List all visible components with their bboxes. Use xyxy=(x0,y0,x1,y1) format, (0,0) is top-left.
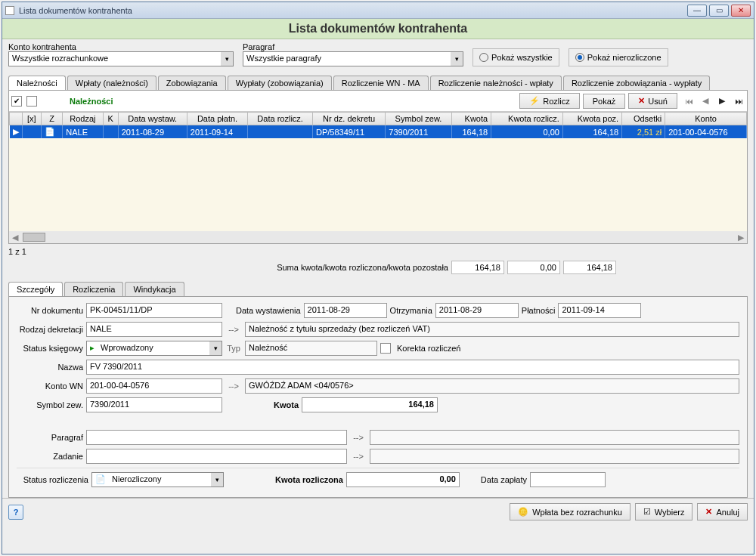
tab-rozl-nalez[interactable]: Rozliczenie należności - wpłaty xyxy=(430,76,562,90)
app-icon xyxy=(5,6,14,15)
nazwa-field[interactable]: FV 7390/2011 xyxy=(86,360,739,375)
tab-wplaty[interactable]: Wpłaty (należności) xyxy=(67,76,156,90)
usun-button[interactable]: ✕Usuń xyxy=(628,93,677,109)
bolt-icon: ⚡ xyxy=(529,96,540,106)
scroll-thumb[interactable] xyxy=(23,233,45,242)
datazaplaty-field[interactable] xyxy=(530,472,606,487)
tab-szczegoly[interactable]: Szczegóły xyxy=(8,282,63,296)
sum-kwota: 164,18 xyxy=(451,261,504,274)
chevron-down-icon: ▾ xyxy=(211,473,223,486)
show-unsettled-radio[interactable]: Pokaż nierozliczone xyxy=(569,48,668,66)
deselect-all-check[interactable] xyxy=(26,96,37,107)
chevron-down-icon: ▾ xyxy=(451,52,463,66)
rodzaj-desc: Należność z tytułu sprzedaży (bez rozlic… xyxy=(245,322,739,337)
wybierz-button[interactable]: ☑Wybierz xyxy=(635,503,693,520)
zadanie-field[interactable] xyxy=(86,449,347,464)
paragraf-label: Paragraf xyxy=(243,42,463,51)
minimize-button[interactable]: — xyxy=(687,5,707,17)
konto-select[interactable]: Wszystkie rozrachunkowe ▾ xyxy=(8,51,234,66)
tab-rozliczenia[interactable]: Rozliczenia xyxy=(64,282,123,296)
doc-icon: 📄 xyxy=(92,473,109,486)
tab-rozl-wnma[interactable]: Rozliczenie WN - MA xyxy=(333,76,429,90)
tab-rozl-zobow[interactable]: Rozliczenie zobowiązania - wypłaty xyxy=(563,76,710,90)
cancel-icon: ✕ xyxy=(705,507,712,517)
paragraf-field[interactable] xyxy=(86,430,347,445)
scroll-left-icon[interactable]: ◀ xyxy=(9,233,21,242)
nav-first[interactable]: ⏮ xyxy=(680,97,697,106)
help-button[interactable]: ? xyxy=(8,505,23,520)
arrow-icon: --> xyxy=(350,452,367,461)
nav-next[interactable]: ▶ xyxy=(714,96,730,106)
tab-wyplaty[interactable]: Wypłaty (zobowiązania) xyxy=(228,76,332,90)
show-all-radio[interactable]: Pokaż wszystkie xyxy=(472,48,559,66)
sum-rozl: 0,00 xyxy=(507,261,560,274)
sum-label: Suma kwota/kwota rozliczona/kwota pozost… xyxy=(277,263,448,272)
tab-zobowiazania[interactable]: Zobowiązania xyxy=(158,76,226,90)
data-grid[interactable]: [x] Z Rodzaj K Data wystaw. Data płatn. … xyxy=(9,112,747,138)
sum-poz: 164,18 xyxy=(563,261,616,274)
tab-windykacja[interactable]: Windykacja xyxy=(125,282,184,296)
titlebar[interactable]: Lista dokumentów kontrahenta — ▭ ✕ xyxy=(2,2,754,19)
arrow-icon: --> xyxy=(225,381,242,391)
grid-title: Należności xyxy=(70,97,113,106)
window-title: Lista dokumentów kontrahenta xyxy=(19,6,685,15)
paragraf-select[interactable]: Wszystkie paragrafy ▾ xyxy=(243,51,463,66)
delete-icon: ✕ xyxy=(638,96,645,106)
arrow-icon: --> xyxy=(225,325,242,334)
select-icon: ☑ xyxy=(643,507,651,517)
konto-label: Konto kontrahenta xyxy=(8,42,234,51)
table-row[interactable]: ▶ 📄 NALE 2011-08-29 2011-09-14 DP/58349/… xyxy=(10,125,747,139)
rozlicz-button[interactable]: ⚡Rozlicz xyxy=(519,93,579,109)
chevron-down-icon: ▾ xyxy=(209,341,222,355)
nav-prev[interactable]: ◀ xyxy=(697,96,714,106)
h-scrollbar[interactable]: ◀ ▶ xyxy=(9,231,747,243)
status-select[interactable]: ▸ Wprowadzony ▾ xyxy=(86,341,222,356)
kontown-field[interactable]: 201-00-04-0576 xyxy=(86,378,222,394)
anuluj-button[interactable]: ✕Anuluj xyxy=(697,503,748,520)
scroll-right-icon[interactable]: ▶ xyxy=(735,233,747,242)
korekta-check[interactable] xyxy=(380,343,391,354)
radio-icon xyxy=(575,53,584,62)
kwotarozl-field[interactable]: 0,00 xyxy=(346,472,460,487)
grid-empty-area xyxy=(9,138,747,231)
wplata-button[interactable]: 🪙Wpłata bez rozrachunku xyxy=(510,503,631,520)
arrow-icon: --> xyxy=(350,433,367,442)
pokaz-button[interactable]: Pokaż xyxy=(583,94,626,109)
tab-naleznosci[interactable]: Należności xyxy=(8,76,66,90)
nrdok-field[interactable]: PK-00451/11/DP xyxy=(86,303,222,318)
coin-icon: 🪙 xyxy=(518,507,528,517)
dplat-field[interactable]: 2011-09-14 xyxy=(558,303,641,318)
kontown-desc: GWÓŹDŹ ADAM <04/0576> xyxy=(245,378,739,394)
dotrz-field[interactable]: 2011-08-29 xyxy=(435,303,519,318)
typ-field: Należność xyxy=(245,341,377,356)
close-button[interactable]: ✕ xyxy=(731,5,751,17)
row-count: 1 z 1 xyxy=(2,244,754,259)
radio-icon xyxy=(479,53,488,62)
zadanie-desc xyxy=(370,449,739,464)
play-icon: ▸ xyxy=(87,341,98,355)
symbol-field[interactable]: 7390/2011 xyxy=(86,397,222,412)
chevron-down-icon: ▾ xyxy=(221,52,233,66)
dwyst-field[interactable]: 2011-08-29 xyxy=(304,303,387,318)
select-all-check[interactable]: ✔ xyxy=(11,96,22,107)
rodzaj-field[interactable]: NALE xyxy=(86,322,222,337)
page-title: Lista dokumentów kontrahenta xyxy=(2,19,754,39)
maximize-button[interactable]: ▭ xyxy=(709,5,729,17)
nav-last[interactable]: ⏭ xyxy=(730,97,747,106)
statusrozl-select[interactable]: 📄 Nierozliczony ▾ xyxy=(91,472,224,487)
kwota-field[interactable]: 164,18 xyxy=(302,397,438,412)
paragraf-desc xyxy=(370,430,739,445)
